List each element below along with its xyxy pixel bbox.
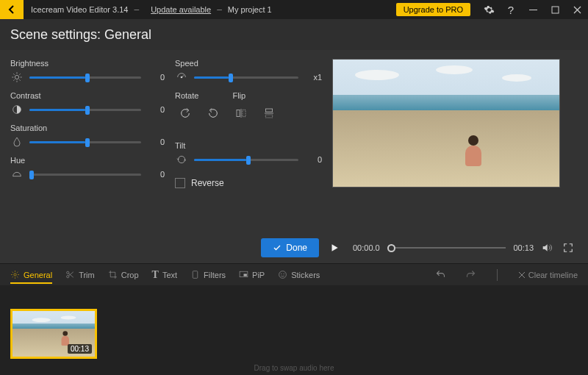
rotate-cw-icon — [179, 107, 191, 119]
rotate-ccw-button[interactable] — [203, 103, 223, 124]
svg-rect-24 — [193, 271, 198, 279]
contrast-slider[interactable] — [29, 104, 141, 115]
filter-icon — [190, 270, 200, 279]
brightness-icon — [10, 71, 24, 84]
tab-text[interactable]: TText — [152, 265, 178, 285]
clip-duration: 00:13 — [68, 344, 92, 354]
crop-icon — [108, 270, 118, 279]
gear-icon — [484, 4, 495, 15]
time-current: 00:00.0 — [353, 243, 380, 252]
timeline-clip[interactable]: 00:13 — [10, 309, 97, 359]
hue-icon — [10, 168, 24, 181]
speed-control: Speed x1 — [175, 59, 322, 84]
settings-panel: Brightness 0 Contrast 0 Saturation 0 — [0, 50, 588, 234]
gear-icon — [10, 270, 20, 279]
svg-rect-15 — [237, 110, 240, 116]
play-button[interactable] — [329, 243, 345, 253]
check-icon — [273, 243, 282, 252]
minimize-button[interactable] — [522, 0, 544, 19]
page-title: Scene settings: General — [10, 27, 151, 43]
text-icon: T — [152, 269, 159, 281]
svg-point-27 — [279, 271, 287, 279]
close-icon — [518, 271, 526, 279]
close-icon — [573, 6, 581, 14]
saturation-label: Saturation — [10, 124, 165, 132]
close-button[interactable] — [566, 0, 588, 19]
svg-point-21 — [14, 274, 16, 276]
speed-label: Speed — [175, 59, 322, 68]
maximize-button[interactable] — [544, 0, 566, 19]
svg-rect-18 — [265, 109, 272, 112]
flip-horizontal-button[interactable] — [231, 103, 251, 124]
brightness-label: Brightness — [10, 59, 165, 68]
fullscreen-button[interactable] — [563, 243, 578, 253]
tilt-value: 0 — [304, 155, 322, 164]
speed-slider[interactable] — [194, 72, 298, 82]
reverse-checkbox[interactable] — [175, 178, 185, 188]
svg-rect-26 — [244, 274, 247, 276]
svg-rect-19 — [265, 115, 272, 118]
saturation-icon — [10, 135, 24, 149]
play-icon — [329, 243, 340, 253]
tilt-slider[interactable] — [194, 154, 298, 165]
upgrade-button[interactable]: Upgrade to PRO — [396, 3, 470, 16]
volume-icon — [541, 242, 553, 254]
redo-button[interactable] — [465, 269, 476, 280]
contrast-icon — [10, 103, 24, 116]
tab-general[interactable]: General — [10, 265, 52, 284]
reverse-label: Reverse — [191, 178, 224, 188]
timeline-ruler[interactable] — [10, 293, 578, 304]
help-button[interactable]: ? — [500, 0, 522, 19]
contrast-label: Contrast — [10, 91, 165, 100]
svg-rect-1 — [552, 7, 559, 13]
help-icon: ? — [508, 4, 514, 16]
hue-value: 0 — [147, 170, 165, 179]
rotate-ccw-icon — [207, 107, 219, 119]
volume-button[interactable] — [541, 242, 556, 254]
undo-button[interactable] — [435, 269, 446, 280]
clear-timeline-button[interactable]: Clear timeline — [518, 271, 578, 279]
titlebar: Icecream Video Editor 3.14 – Update avai… — [0, 0, 588, 19]
update-link[interactable]: Update available — [151, 5, 211, 14]
scissors-icon — [65, 270, 75, 279]
svg-line-7 — [13, 74, 14, 74]
tab-trim[interactable]: Trim — [65, 265, 95, 284]
reverse-control: Reverse — [175, 178, 322, 188]
redo-icon — [465, 269, 476, 280]
svg-line-14 — [182, 75, 184, 77]
tabs-bar: General Trim Crop TText Filters PiP Stic… — [0, 263, 588, 285]
rotate-label: Rotate — [175, 91, 198, 100]
flip-vertical-button[interactable] — [259, 103, 279, 124]
rotate-flip-control: Rotate Flip — [175, 91, 322, 124]
svg-rect-16 — [243, 110, 245, 116]
time-total: 00:13 — [513, 243, 534, 252]
hue-slider[interactable] — [29, 169, 141, 179]
timeline: 00:13 Drag to swap audio here — [0, 285, 588, 375]
flip-h-icon — [235, 107, 247, 119]
pip-icon — [239, 270, 248, 279]
back-button[interactable] — [0, 0, 24, 19]
settings-button[interactable] — [478, 0, 500, 19]
tab-crop[interactable]: Crop — [108, 265, 139, 284]
saturation-value: 0 — [147, 138, 165, 146]
brightness-slider[interactable] — [29, 72, 141, 82]
svg-point-28 — [282, 274, 282, 274]
preview-video[interactable] — [332, 59, 560, 188]
done-button[interactable]: Done — [261, 238, 319, 257]
speed-icon — [175, 71, 188, 84]
tab-stickers[interactable]: Stickers — [278, 265, 320, 284]
hue-label: Hue — [10, 156, 165, 165]
svg-rect-0 — [529, 10, 537, 10]
saturation-slider[interactable] — [29, 137, 141, 147]
tab-filters[interactable]: Filters — [190, 265, 226, 284]
svg-line-9 — [13, 79, 14, 80]
rotate-cw-button[interactable] — [175, 103, 196, 124]
timeline-hint: Drag to swap audio here — [0, 364, 588, 372]
brightness-value: 0 — [147, 73, 165, 82]
scrubber[interactable] — [387, 243, 506, 253]
tab-pip[interactable]: PiP — [239, 265, 265, 284]
minimize-icon — [529, 6, 537, 14]
contrast-value: 0 — [147, 105, 165, 114]
svg-point-2 — [15, 75, 18, 79]
maximize-icon — [551, 6, 559, 14]
